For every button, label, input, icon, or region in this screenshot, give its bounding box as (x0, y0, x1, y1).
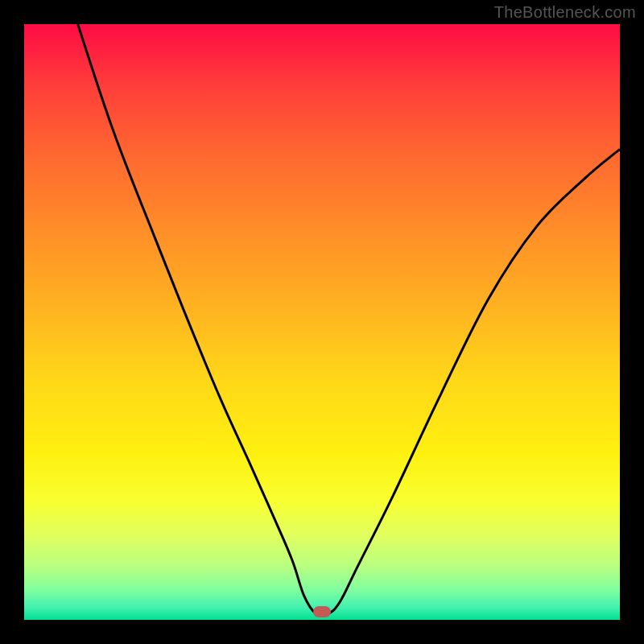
curve-path (78, 24, 620, 616)
watermark-text: TheBottleneck.com (494, 3, 636, 22)
minimum-marker (313, 606, 331, 617)
plot-area (24, 24, 620, 620)
bottleneck-curve (24, 24, 620, 620)
chart-frame: TheBottleneck.com (0, 0, 644, 644)
